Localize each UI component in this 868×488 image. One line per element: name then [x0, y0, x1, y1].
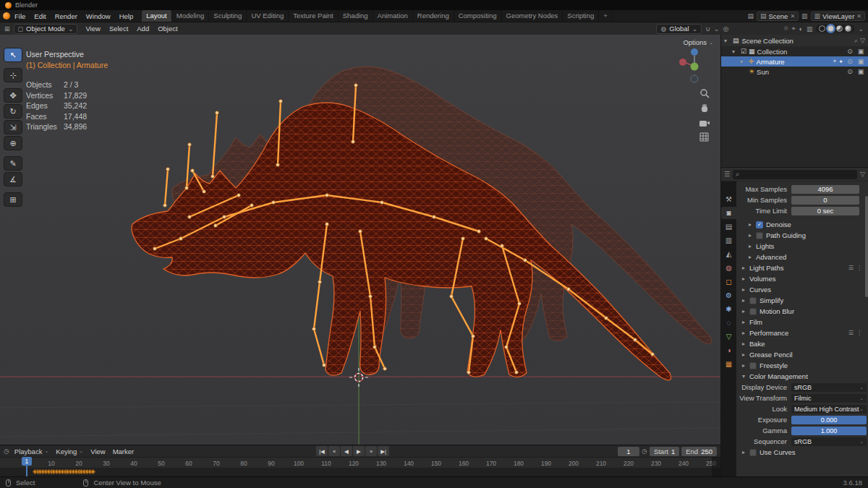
workspace-tab-texture-paint[interactable]: Texture Paint: [289, 10, 338, 22]
properties-tab-physics[interactable]: ◌: [721, 317, 736, 329]
viewport-menu-select[interactable]: Select: [105, 24, 132, 33]
field-value[interactable]: 4096: [791, 185, 859, 194]
shading-dropdown-icon[interactable]: ⌄: [858, 25, 864, 33]
camera-view-icon[interactable]: [699, 119, 710, 127]
outliner-row-armature[interactable]: ▾✛Armature⌖✦⊙▣: [721, 56, 868, 67]
select-sequencer[interactable]: sRGB⌄: [791, 437, 867, 446]
tool-cursor[interactable]: ⊹: [4, 68, 22, 82]
viewport-menu-view[interactable]: View: [81, 24, 104, 33]
menu-help[interactable]: Help: [115, 12, 138, 21]
panel-freestyle[interactable]: ▸Freestyle: [736, 360, 867, 371]
slider-exposure[interactable]: 0.000: [791, 416, 867, 424]
gizmos-toggle-icon[interactable]: ⌖: [791, 25, 795, 33]
panel-denoise[interactable]: ▸✓Denoise: [736, 219, 867, 230]
properties-editor-icon[interactable]: ☰: [724, 171, 730, 178]
timeline-menu-view[interactable]: View: [87, 448, 109, 455]
properties-tab-object-data[interactable]: ▽: [721, 330, 736, 343]
use-curves-panel[interactable]: ▸ Use Curves: [736, 447, 867, 458]
properties-search[interactable]: ⌕: [733, 170, 857, 179]
workspace-tab-sculpting[interactable]: Sculpting: [209, 10, 247, 22]
snap-magnet-icon[interactable]: ∪: [705, 25, 710, 33]
panel-options-icon[interactable]: ⋮: [856, 265, 862, 271]
properties-tab-object[interactable]: ◻: [721, 275, 736, 288]
eye-toggle-icon[interactable]: ⊙: [846, 58, 854, 65]
preset-menu-icon[interactable]: ☰: [848, 265, 854, 271]
use-preview-range-icon[interactable]: ◷: [642, 448, 647, 455]
shading-material-icon[interactable]: [836, 25, 843, 32]
panel-volumes[interactable]: ▸Volumes: [736, 273, 867, 284]
disclosure-triangle[interactable]: [740, 69, 746, 75]
panel-checkbox[interactable]: [749, 362, 757, 369]
tool-transform[interactable]: ⊕: [4, 136, 22, 150]
preset-menu-icon[interactable]: ☰: [848, 330, 854, 336]
play-reverse-button[interactable]: ◀: [341, 446, 352, 456]
gizmo-y-axis[interactable]: [691, 63, 699, 71]
panel-path-guiding[interactable]: ▸Path Guiding: [736, 230, 867, 241]
timeline-menu-keying[interactable]: Keying⌄: [52, 448, 87, 455]
properties-tab-view-layer[interactable]: ▥: [721, 234, 736, 247]
panel-bake[interactable]: ▸Bake: [736, 338, 867, 349]
pivot-icon[interactable]: ⌾: [784, 25, 788, 33]
outliner-row-sun[interactable]: ☀Sun⊙▣: [721, 67, 868, 77]
workspace-tab-uv-editing[interactable]: UV Editing: [247, 10, 289, 22]
outliner-row-collection[interactable]: ▾☑▦Collection⊙▣: [721, 46, 868, 56]
properties-tab-texture[interactable]: ▦: [721, 358, 736, 370]
xray-toggle-icon[interactable]: ▥: [807, 25, 813, 33]
select-look[interactable]: Medium High Contrast⌄: [791, 405, 867, 414]
collection-checkbox-icon[interactable]: ☑: [741, 48, 746, 55]
viewport-canvas[interactable]: [0, 35, 720, 445]
timeline-playhead[interactable]: 1: [22, 457, 32, 476]
gizmo-z-axis[interactable]: [691, 48, 698, 56]
eye-toggle-icon[interactable]: ⊙: [846, 48, 854, 55]
tool-rotate[interactable]: ↻: [4, 104, 22, 119]
timeline-ruler[interactable]: 1020304050607080901001101201301401501601…: [0, 457, 720, 468]
camera-toggle-icon[interactable]: ▣: [856, 68, 865, 75]
camera-toggle-icon[interactable]: ▣: [856, 58, 865, 65]
tool-select-box[interactable]: ↖: [4, 48, 22, 62]
timeline-editor-icon[interactable]: ◷: [4, 448, 9, 455]
tool-annotate[interactable]: ✎: [4, 156, 22, 171]
field-value[interactable]: 0 sec: [791, 207, 859, 215]
options-dropdown[interactable]: Options ⌄: [683, 38, 713, 46]
outliner-search-icon[interactable]: ⌕: [854, 37, 858, 45]
shading-solid-icon[interactable]: [827, 25, 834, 32]
outliner-filter-icon[interactable]: ▽: [860, 37, 865, 44]
panel-motion-blur[interactable]: ▸Motion Blur: [736, 306, 867, 317]
blender-menu-icon[interactable]: [3, 12, 10, 20]
workspace-tab-modeling[interactable]: Modeling: [172, 10, 210, 22]
zoom-icon[interactable]: [699, 88, 710, 98]
panel-performance[interactable]: ▸Performance☰⋮: [736, 328, 867, 338]
viewlayer-remove-icon[interactable]: ✕: [856, 13, 861, 20]
panel-checkbox[interactable]: [749, 297, 757, 304]
workspace-tab-scripting[interactable]: Scripting: [563, 10, 599, 22]
tool-measure[interactable]: ∡: [4, 172, 22, 187]
shading-wireframe-icon[interactable]: [819, 25, 825, 32]
properties-tab-output[interactable]: ▤: [721, 221, 736, 233]
panel-checkbox[interactable]: ✓: [756, 221, 763, 228]
properties-filter-icon[interactable]: ▽: [860, 171, 865, 178]
gizmo-x-axis[interactable]: [679, 59, 686, 66]
tool-add-cube[interactable]: ⊞: [4, 192, 22, 207]
properties-tab-material[interactable]: ◑: [721, 344, 736, 356]
disclosure-triangle[interactable]: ▾: [740, 59, 746, 65]
ortho-grid-icon[interactable]: [699, 132, 709, 142]
proportional-edit-icon[interactable]: ◎: [723, 25, 728, 33]
use-curves-checkbox[interactable]: [749, 449, 757, 456]
panel-lights[interactable]: ▸Lights: [736, 241, 867, 252]
workspace-tab-geometry-nodes[interactable]: Geometry Nodes: [502, 10, 563, 22]
menu-edit[interactable]: Edit: [30, 12, 50, 21]
outliner-root-label[interactable]: Scene Collection: [742, 37, 793, 45]
select-display-device[interactable]: sRGB⌄: [791, 383, 867, 392]
frame-start-field[interactable]: Start1: [650, 447, 679, 456]
viewport-menu-object[interactable]: Object: [153, 24, 182, 33]
properties-tab-modifiers[interactable]: ⚙: [721, 289, 736, 301]
timeline-channels[interactable]: [0, 468, 720, 476]
pan-hand-icon[interactable]: [699, 103, 710, 114]
properties-tab-world[interactable]: ◍: [721, 262, 736, 274]
select-view-transform[interactable]: Filmic⌄: [791, 394, 867, 403]
scene-browse-icon[interactable]: ▤: [747, 12, 754, 20]
workspace-add-tab[interactable]: +: [599, 10, 613, 22]
overlays-toggle-icon[interactable]: ◐: [799, 25, 803, 33]
field-value[interactable]: 0: [791, 196, 859, 205]
panel-film[interactable]: ▸Film: [736, 317, 867, 328]
